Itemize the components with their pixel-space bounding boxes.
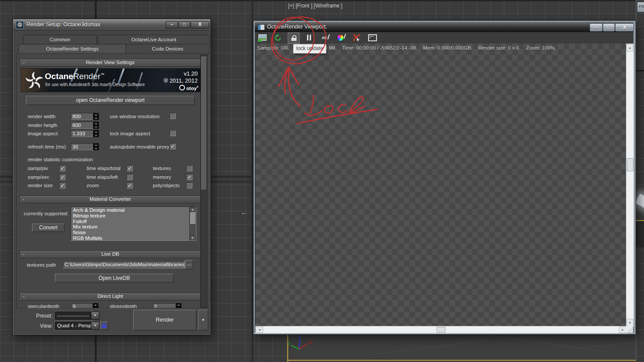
render-size-checkbox[interactable]: ✓	[59, 182, 65, 188]
maximize-button[interactable]: □	[603, 23, 615, 32]
close-button[interactable]: X	[615, 23, 634, 32]
samp-pix-checkbox[interactable]: ✓	[59, 165, 65, 171]
rollout-live-db[interactable]: - Live DB	[20, 250, 201, 258]
vertical-scrollbar[interactable]: ▲ ▼	[626, 43, 634, 327]
pause-render-button[interactable]	[304, 33, 315, 43]
time-elaps-left-checkbox[interactable]	[127, 174, 133, 180]
refresh-time-spinner[interactable]: ▲ ▼	[93, 143, 99, 150]
use-window-resolution-checkbox[interactable]	[170, 113, 176, 119]
rollout-render-view-settings[interactable]: - Render View Settings	[20, 59, 201, 67]
brand-render: Render	[73, 72, 100, 81]
option-label-lock-image-aspect: lock image aspect	[110, 131, 150, 136]
samp-sec-checkbox[interactable]: ✓	[59, 174, 65, 180]
restart-render-button[interactable]	[272, 33, 283, 43]
close-button[interactable]: X	[191, 21, 209, 29]
object-material-picker-button[interactable]	[351, 33, 362, 43]
scroll-up-icon[interactable]: ▲	[190, 207, 195, 212]
textures-path-input[interactable]: C:\Users\Glimps\Documents\3dsMax\materia…	[63, 261, 185, 268]
autoupdate-movable-proxy-checkbox[interactable]: ✓	[170, 143, 176, 149]
scroll-up-icon[interactable]: ▲	[626, 44, 633, 51]
spin-up-icon[interactable]: ▲	[176, 303, 181, 307]
rollout-material-converter[interactable]: - Material Converter	[20, 195, 201, 203]
render-heigth-spinner[interactable]: ▲ ▼	[93, 122, 99, 129]
render-result-canvas[interactable]	[255, 43, 626, 326]
browse-button[interactable]: ...	[185, 260, 193, 269]
scroll-down-icon[interactable]: ▼	[190, 235, 195, 240]
list-item[interactable]: Bitmap texture	[73, 213, 196, 219]
collapse-icon[interactable]: -	[23, 59, 25, 66]
spin-up-icon[interactable]: ▲	[93, 130, 99, 134]
vertical-scrollbar-thumb[interactable]	[627, 158, 633, 171]
render-button[interactable]: Render	[133, 310, 196, 330]
list-item[interactable]: Arch & Design material	[73, 207, 196, 213]
list-item[interactable]: Falloff	[73, 219, 196, 224]
convert-button[interactable]: Convert	[32, 224, 65, 232]
scroll-left-icon[interactable]: ◄	[256, 326, 263, 333]
render-setup-titlebar[interactable]: Ⓖ Render Setup: Octane3dsmax – □ X	[13, 19, 210, 31]
open-octanerender-viewport-button[interactable]: open OctaneRender viewport	[26, 96, 195, 105]
render-width-spinner[interactable]: ▲ ▼	[93, 113, 99, 120]
viewport-lock-button[interactable]	[100, 322, 108, 330]
octane-viewport-titlebar[interactable]: OctaneRender Viewport. – □ X	[255, 22, 633, 32]
tab-common[interactable]: Common	[23, 35, 97, 45]
resize-grip[interactable]	[626, 326, 633, 333]
horizontal-scrollbar-thumb[interactable]	[437, 327, 445, 333]
rollout-direct-light[interactable]: - Direct Light	[20, 293, 201, 300]
image-aspect-input[interactable]: 1.333	[71, 130, 94, 137]
open-livedb-button[interactable]: Open LiveDB	[55, 274, 174, 282]
memory-checkbox[interactable]: ✓	[186, 174, 192, 180]
glossydepth-input[interactable]: 2	[152, 303, 176, 308]
horizontal-scrollbar[interactable]: ◄ ►	[255, 326, 627, 333]
preset-dropdown-arrow-icon[interactable]: ▼	[91, 311, 99, 320]
minimize-button[interactable]: –	[590, 23, 603, 32]
spin-down-icon[interactable]: ▼	[93, 125, 99, 129]
list-item[interactable]: RGB Multiply	[73, 235, 196, 241]
refresh-time-input[interactable]: 30	[71, 143, 94, 150]
image-aspect-spinner[interactable]: ▲ ▼	[93, 130, 99, 137]
spin-down-icon[interactable]: ▼	[93, 116, 99, 120]
spin-up-icon[interactable]: ▲	[93, 113, 99, 116]
viewport-type-label[interactable]: [+] [Front ] [Wireframe ]	[288, 3, 343, 9]
speculardepth-spinner[interactable]: ▲ ▼	[93, 303, 98, 308]
spin-up-icon[interactable]: ▲	[93, 143, 99, 147]
spin-up-icon[interactable]: ▲	[93, 122, 99, 125]
collapse-icon[interactable]: -	[23, 196, 25, 203]
autofocus-picker-button[interactable]: AF	[320, 33, 331, 43]
view-dropdown-arrow-icon[interactable]: ▼	[91, 322, 99, 330]
view-dropdown[interactable]: Quad 4 - Perspe	[55, 322, 93, 330]
textures-checkbox[interactable]	[186, 165, 192, 171]
tab-octanerender-settings[interactable]: OctaneRender Settings	[18, 44, 126, 54]
render-width-input[interactable]: 800	[71, 113, 94, 120]
render-options-arrow-button[interactable]: ▼	[198, 310, 208, 330]
minimize-button[interactable]: –	[166, 21, 178, 29]
time-elaps-total-checkbox[interactable]: ✓	[127, 165, 133, 171]
spin-up-icon[interactable]: ▲	[93, 303, 98, 307]
glossydepth-spinner[interactable]: ▲ ▼	[176, 303, 181, 308]
tab-octanelive-account[interactable]: OctaneLive Account	[98, 35, 210, 45]
viewport-resolution-button[interactable]	[367, 33, 378, 43]
poly-objects-checkbox[interactable]	[186, 182, 192, 188]
lock-update-button[interactable]	[288, 33, 300, 43]
panel-scrollbar-thumb[interactable]	[201, 57, 207, 190]
spin-down-icon[interactable]: ▼	[93, 147, 99, 150]
save-image-button[interactable]	[257, 33, 268, 43]
speculardepth-input[interactable]: 5	[71, 303, 93, 308]
collapse-icon[interactable]: -	[23, 293, 25, 300]
side-panel-button[interactable]: FRO	[637, 2, 644, 12]
white-balance-picker-button[interactable]	[336, 33, 347, 43]
spin-down-icon[interactable]: ▼	[93, 134, 99, 137]
tab-cuda-devices[interactable]: Cuda Devices	[126, 44, 210, 54]
list-item[interactable]: Noise	[73, 230, 196, 235]
list-scrollbar[interactable]: ▲ ▼	[189, 207, 196, 240]
lock-image-aspect-checkbox[interactable]	[170, 130, 176, 136]
zoom-checkbox[interactable]: ✓	[127, 182, 133, 188]
render-heigth-input[interactable]: 600	[71, 122, 94, 129]
collapse-icon[interactable]: -	[23, 251, 25, 257]
list-item[interactable]: Mix texture	[73, 224, 196, 230]
supported-materials-listbox[interactable]: Arch & Design material Bitmap texture Fa…	[71, 206, 196, 241]
preset-dropdown[interactable]: -------------------	[55, 311, 93, 320]
list-scrollbar-thumb[interactable]	[190, 212, 196, 224]
maximize-button[interactable]: □	[178, 21, 190, 29]
scroll-right-icon[interactable]: ►	[619, 326, 626, 333]
scroll-down-icon[interactable]: ▼	[626, 319, 633, 326]
